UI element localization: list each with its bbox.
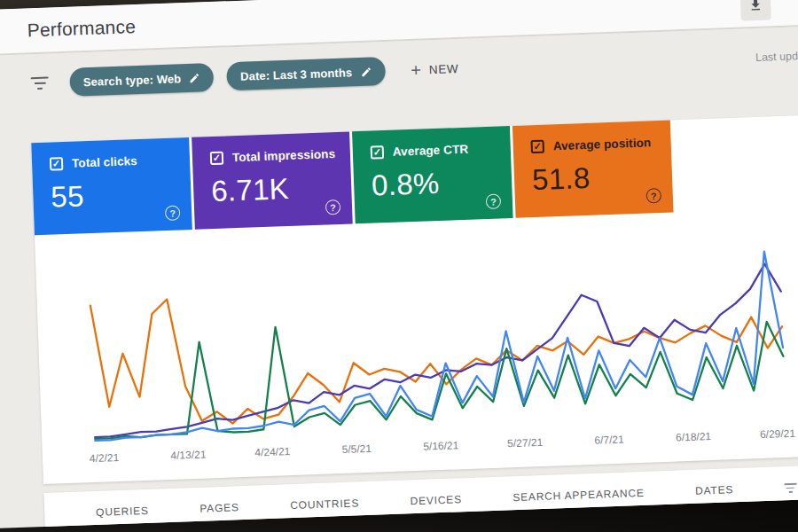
tab-queries[interactable]: QUERIES <box>96 505 149 519</box>
x-axis-label: 5/5/21 <box>341 442 372 456</box>
x-axis-label: 6/7/21 <box>594 434 624 447</box>
tile-average-ctr[interactable]: ✓ Average CTR 0.8% ? <box>352 126 513 223</box>
last-updated-text: Last updated: 5 hours ago <box>755 47 798 64</box>
export-download-button[interactable] <box>740 0 771 21</box>
filter-funnel-icon[interactable] <box>31 77 49 90</box>
page-title: Performance <box>27 16 136 41</box>
question-circle-icon[interactable]: ? <box>325 200 341 215</box>
filter-chip-label: Date: Last 3 months <box>240 66 353 83</box>
series-total-clicks <box>90 251 786 441</box>
pencil-edit-icon <box>189 72 200 83</box>
download-icon <box>748 0 763 12</box>
tab-dates[interactable]: DATES <box>695 483 734 497</box>
x-axis-label: 5/27/21 <box>507 436 544 450</box>
tile-label: Total impressions <box>232 147 336 164</box>
checked-checkbox-icon[interactable]: ✓ <box>50 157 64 171</box>
tile-label: Average position <box>552 136 651 153</box>
checked-checkbox-icon[interactable]: ✓ <box>530 140 544 154</box>
series-average-position <box>90 278 786 428</box>
tab-pages[interactable]: PAGES <box>200 501 239 515</box>
filter-chip-date[interactable]: Date: Last 3 months <box>227 57 386 90</box>
question-circle-icon[interactable]: ? <box>486 193 502 209</box>
tile-label: Average CTR <box>393 143 469 159</box>
x-axis-label: 4/13/21 <box>170 448 207 461</box>
x-axis-label: 4/24/21 <box>254 445 291 458</box>
series-total-impressions <box>90 263 786 437</box>
x-axis-label: 5/16/21 <box>423 439 459 452</box>
new-filter-button[interactable]: + NEW <box>411 59 459 79</box>
tab-countries[interactable]: COUNTRIES <box>290 497 359 512</box>
checked-checkbox-icon[interactable]: ✓ <box>210 152 224 166</box>
tile-total-clicks[interactable]: ✓ Total clicks 55 ? <box>31 137 192 235</box>
performance-chart-card: ✓ Total clicks 55 ? ✓ Total impressions … <box>31 114 798 484</box>
question-circle-icon[interactable]: ? <box>646 188 662 204</box>
tab-search-appearance[interactable]: SEARCH APPEARANCE <box>512 487 645 504</box>
tile-average-position[interactable]: ✓ Average position 51.8 ? <box>512 121 674 218</box>
x-axis-label: 6/18/21 <box>676 430 712 443</box>
filter-chip-search-type[interactable]: Search type: Web <box>69 63 214 97</box>
chart-area: 4/2/214/13/214/24/215/5/215/16/215/27/21… <box>35 207 798 484</box>
tile-label: Total clicks <box>72 154 137 170</box>
line-chart <box>82 233 793 449</box>
x-axis-label: 6/29/21 <box>760 427 796 441</box>
tile-total-impressions[interactable]: ✓ Total impressions 6.71K ? <box>192 131 353 229</box>
x-axis-label: 4/2/21 <box>90 451 120 465</box>
monitor-screen: Performance Search type: Web Date: Last … <box>0 0 798 528</box>
filter-chip-label: Search type: Web <box>83 72 182 89</box>
plus-icon: + <box>411 61 421 79</box>
pencil-edit-icon <box>360 66 372 77</box>
new-filter-label: NEW <box>429 62 459 76</box>
table-filter-icon[interactable] <box>785 483 797 493</box>
question-circle-icon[interactable]: ? <box>165 205 181 221</box>
checked-checkbox-icon[interactable]: ✓ <box>371 145 385 160</box>
tab-devices[interactable]: DEVICES <box>410 493 462 507</box>
